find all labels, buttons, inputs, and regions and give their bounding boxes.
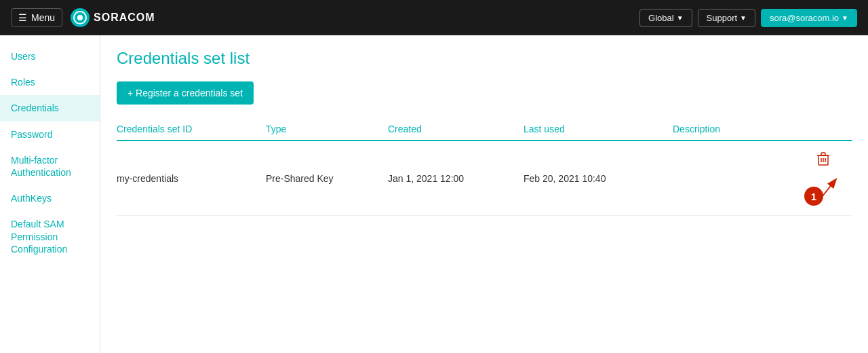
col-header-lastused: Last used [524, 118, 673, 141]
sidebar-item-mfa[interactable]: Multi-factor Authentication [0, 147, 100, 185]
sidebar-item-credentials[interactable]: Credentials [0, 95, 100, 121]
cell-description [673, 141, 803, 216]
annotation-arrow-area: 1 [803, 173, 844, 207]
delete-credentials-button[interactable] [814, 149, 833, 173]
header-left: ☰ Menu SORACOM [11, 8, 155, 27]
menu-button[interactable]: ☰ Menu [11, 8, 62, 27]
chevron-down-icon: ▼ [740, 14, 747, 22]
col-header-id: Credentials set ID [117, 118, 266, 141]
support-button[interactable]: Support ▼ [698, 9, 755, 27]
svg-point-1 [77, 15, 83, 20]
col-header-type: Type [266, 118, 388, 141]
annotation-arrow [803, 173, 844, 207]
cell-last-used: Feb 20, 2021 10:40 [524, 141, 673, 216]
global-label: Global [648, 13, 674, 23]
main-content: Credentials set list + Register a creden… [100, 35, 868, 353]
register-credentials-button[interactable]: + Register a credentials set [117, 81, 254, 105]
annotation-badge-1: 1 [804, 187, 823, 206]
chevron-down-icon: ▼ [677, 14, 684, 22]
cell-action: 1 [803, 141, 852, 216]
credentials-table: Credentials set ID Type Created Last use… [117, 118, 852, 216]
global-button[interactable]: Global ▼ [639, 9, 692, 27]
logo-icon [71, 8, 90, 27]
table-header-row: Credentials set ID Type Created Last use… [117, 118, 852, 141]
header: ☰ Menu SORACOM Global ▼ Support ▼ sora@s… [0, 0, 868, 35]
col-header-created: Created [388, 118, 524, 141]
cell-created: Jan 1, 2021 12:00 [388, 141, 524, 216]
sidebar-item-sam[interactable]: Default SAM Permission Configuration [0, 211, 100, 262]
menu-label: Menu [31, 12, 55, 23]
sidebar-item-roles[interactable]: Roles [0, 69, 100, 95]
cell-type: Pre-Shared Key [266, 141, 388, 216]
svg-line-9 [816, 180, 835, 204]
sidebar-item-authkeys[interactable]: AuthKeys [0, 185, 100, 211]
action-annotation-container: 1 [803, 149, 844, 207]
page-title: Credentials set list [117, 49, 852, 68]
sidebar-item-password[interactable]: Password [0, 122, 100, 147]
col-header-description: Description [673, 118, 803, 141]
menu-icon: ☰ [18, 12, 27, 23]
trash-icon [816, 152, 830, 167]
account-label: sora@soracom.io [770, 13, 839, 23]
layout: Users Roles Credentials Password Multi-f… [0, 35, 868, 353]
header-right: Global ▼ Support ▼ sora@soracom.io ▼ [639, 9, 857, 27]
account-button[interactable]: sora@soracom.io ▼ [761, 9, 857, 27]
support-label: Support [707, 13, 738, 23]
sidebar: Users Roles Credentials Password Multi-f… [0, 35, 100, 353]
logo: SORACOM [71, 8, 155, 27]
chevron-down-icon: ▼ [842, 14, 848, 22]
logo-text: SORACOM [94, 12, 155, 24]
svg-rect-4 [821, 153, 825, 155]
cell-credentials-id: my-credentials [117, 141, 266, 216]
col-header-action [803, 118, 852, 141]
table-row: my-credentials Pre-Shared Key Jan 1, 202… [117, 141, 852, 216]
sidebar-item-users[interactable]: Users [0, 43, 100, 69]
register-credentials-label: + Register a credentials set [127, 88, 243, 98]
